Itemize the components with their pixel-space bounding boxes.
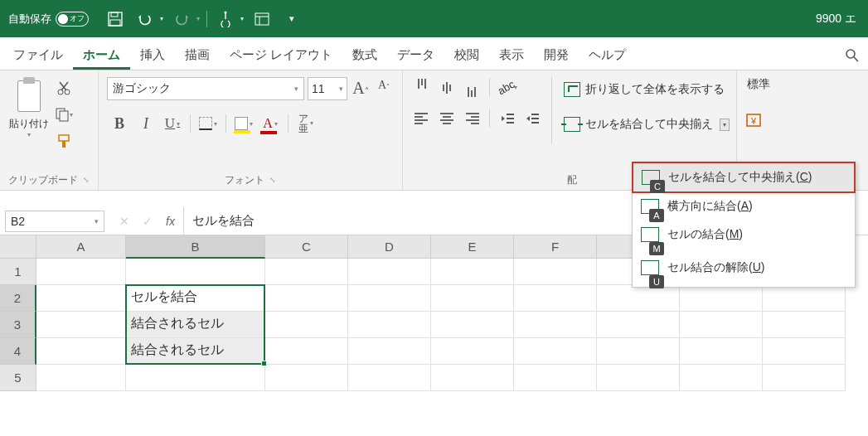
border-button[interactable]: ▾ bbox=[196, 112, 221, 135]
cell-F3[interactable] bbox=[514, 312, 597, 338]
fill-color-button[interactable]: ▾ bbox=[231, 112, 256, 135]
select-all-corner[interactable] bbox=[0, 235, 36, 259]
cell-D4[interactable] bbox=[348, 338, 431, 365]
cell-C1[interactable] bbox=[265, 259, 348, 285]
underline-button[interactable]: U▾ bbox=[160, 112, 185, 135]
tab-formulas[interactable]: 数式 bbox=[342, 41, 387, 70]
tab-developer[interactable]: 開発 bbox=[534, 41, 579, 70]
cell-D3[interactable] bbox=[348, 312, 431, 338]
tab-insert[interactable]: 挿入 bbox=[130, 41, 175, 70]
col-header-F[interactable]: F bbox=[514, 235, 597, 259]
tab-file[interactable]: ファイル bbox=[3, 41, 73, 70]
increase-indent-icon[interactable] bbox=[521, 109, 543, 128]
clipboard-dialog-icon[interactable]: ⤡ bbox=[83, 176, 90, 184]
autosave-toggle[interactable]: 自動保存 オフ bbox=[8, 12, 89, 27]
cell-B2[interactable]: セルを結合 bbox=[126, 285, 265, 312]
cell-F5[interactable] bbox=[514, 365, 597, 391]
row-header-1[interactable]: 1 bbox=[0, 259, 36, 285]
cell-E1[interactable] bbox=[431, 259, 514, 285]
menu-merge-cells[interactable]: セルの結合(M) M bbox=[633, 220, 855, 254]
cell-A3[interactable] bbox=[36, 312, 126, 338]
fx-icon[interactable]: fx bbox=[162, 215, 183, 228]
increase-font-icon[interactable]: A˄ bbox=[351, 79, 371, 99]
row-header-4[interactable]: 4 bbox=[0, 338, 36, 365]
cell-D5[interactable] bbox=[348, 365, 431, 391]
cell-D1[interactable] bbox=[348, 259, 431, 285]
cell-E4[interactable] bbox=[431, 338, 514, 365]
tab-draw[interactable]: 描画 bbox=[175, 41, 220, 70]
decrease-indent-icon[interactable] bbox=[497, 109, 518, 128]
qat-customize-icon[interactable]: ▾ bbox=[280, 7, 303, 31]
accounting-format-icon[interactable]: ¥ bbox=[745, 110, 765, 130]
cell-F2[interactable] bbox=[514, 285, 597, 312]
cell-A1[interactable] bbox=[36, 259, 126, 285]
autosave-pill[interactable]: オフ bbox=[56, 12, 89, 27]
merge-center-button[interactable]: セルを結合して中央揃え ▾ bbox=[560, 114, 733, 135]
decrease-font-icon[interactable]: A˅ bbox=[374, 79, 394, 99]
cell-G5[interactable] bbox=[597, 365, 680, 391]
cell-A2[interactable] bbox=[36, 285, 126, 312]
tab-home[interactable]: ホーム bbox=[73, 41, 130, 70]
italic-button[interactable]: I bbox=[133, 112, 158, 135]
menu-unmerge[interactable]: セル結合の解除(U) U bbox=[633, 254, 855, 287]
search-icon[interactable] bbox=[840, 41, 865, 70]
form-icon[interactable] bbox=[250, 7, 274, 31]
paste-button[interactable]: 貼り付け ▾ bbox=[8, 77, 50, 138]
cell-H2[interactable] bbox=[680, 285, 763, 312]
font-color-button[interactable]: A▾ bbox=[258, 112, 283, 135]
cell-G4[interactable] bbox=[597, 338, 680, 365]
cell-C4[interactable] bbox=[265, 338, 348, 365]
cell-H5[interactable] bbox=[680, 365, 763, 391]
phonetic-button[interactable]: ア亜▾ bbox=[293, 112, 318, 135]
cell-H3[interactable] bbox=[680, 312, 763, 338]
cell-I4[interactable] bbox=[763, 338, 846, 365]
cell-B4[interactable]: 結合されるセル bbox=[126, 338, 265, 365]
align-top-icon[interactable] bbox=[411, 77, 433, 97]
font-size-select[interactable]: 11▾ bbox=[308, 77, 347, 100]
font-dialog-icon[interactable]: ⤡ bbox=[269, 176, 276, 184]
align-left-icon[interactable] bbox=[411, 109, 433, 128]
cell-H4[interactable] bbox=[680, 338, 763, 365]
tab-page-layout[interactable]: ページ レイアウト bbox=[220, 41, 342, 70]
menu-merge-center[interactable]: セルを結合して中央揃え(C) C bbox=[632, 162, 856, 193]
cell-F4[interactable] bbox=[514, 338, 597, 365]
touch-mode-icon[interactable] bbox=[214, 7, 237, 31]
copy-icon[interactable]: ▾ bbox=[55, 105, 73, 124]
cell-A5[interactable] bbox=[36, 365, 126, 391]
col-header-B[interactable]: B bbox=[126, 235, 265, 259]
cell-D2[interactable] bbox=[348, 285, 431, 312]
tab-review[interactable]: 校閲 bbox=[444, 41, 489, 70]
align-center-icon[interactable] bbox=[436, 109, 458, 128]
cut-icon[interactable] bbox=[55, 79, 73, 97]
name-box[interactable]: B2▾ bbox=[5, 211, 104, 232]
format-painter-icon[interactable] bbox=[55, 132, 73, 150]
orientation-icon[interactable]: abc▾ bbox=[497, 77, 518, 97]
cell-I5[interactable] bbox=[763, 365, 846, 391]
undo-icon[interactable] bbox=[133, 7, 157, 31]
cell-B1[interactable] bbox=[126, 259, 265, 285]
undo-dropdown-icon[interactable]: ▾ bbox=[160, 15, 163, 22]
tab-view[interactable]: 表示 bbox=[489, 41, 534, 70]
row-header-2[interactable]: 2 bbox=[0, 285, 36, 312]
cell-E2[interactable] bbox=[431, 285, 514, 312]
cell-E3[interactable] bbox=[431, 312, 514, 338]
align-middle-icon[interactable] bbox=[436, 77, 458, 97]
align-bottom-icon[interactable] bbox=[461, 77, 482, 97]
col-header-E[interactable]: E bbox=[431, 235, 514, 259]
touch-dropdown-icon[interactable]: ▾ bbox=[240, 15, 244, 22]
tab-data[interactable]: データ bbox=[387, 41, 444, 70]
wrap-text-button[interactable]: 折り返して全体を表示する bbox=[560, 79, 733, 100]
col-header-A[interactable]: A bbox=[36, 235, 126, 259]
row-header-5[interactable]: 5 bbox=[0, 365, 36, 391]
cell-C5[interactable] bbox=[265, 365, 348, 391]
cell-C3[interactable] bbox=[265, 312, 348, 338]
col-header-C[interactable]: C bbox=[265, 235, 348, 259]
save-icon[interactable] bbox=[104, 7, 127, 31]
col-header-D[interactable]: D bbox=[348, 235, 431, 259]
menu-merge-across[interactable]: 横方向に結合(A) A bbox=[633, 192, 855, 220]
row-header-3[interactable]: 3 bbox=[0, 312, 36, 338]
cell-F1[interactable] bbox=[514, 259, 597, 285]
align-right-icon[interactable] bbox=[461, 109, 482, 128]
cell-G3[interactable] bbox=[597, 312, 680, 338]
merge-dropdown-icon[interactable]: ▾ bbox=[720, 119, 730, 131]
